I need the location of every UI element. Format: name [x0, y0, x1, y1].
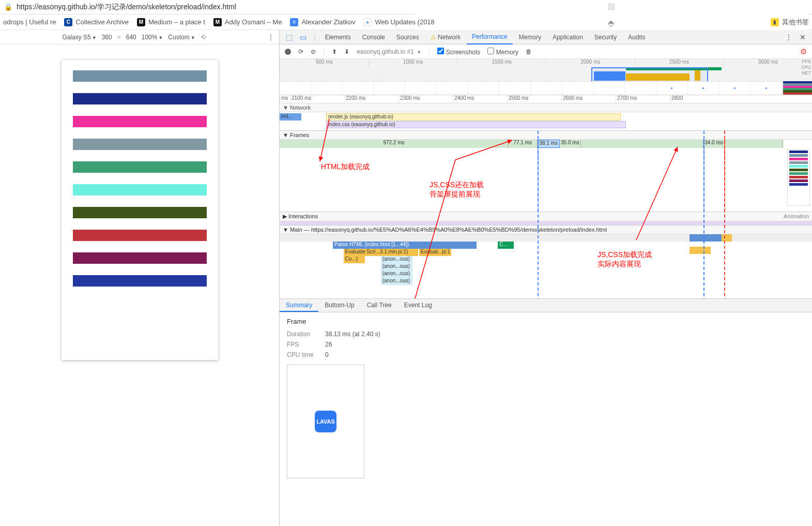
bookmark-collective[interactable]: CCollective Archive: [64, 18, 129, 26]
bookmark-codrops[interactable]: odrops | Useful re: [3, 18, 56, 26]
interactions-head[interactable]: ▶ InteractionsAnimation: [280, 212, 812, 221]
tab-memory[interactable]: Memory: [514, 31, 546, 44]
ov-tick: 1000 ms: [369, 59, 457, 67]
tab-divider: |: [311, 31, 319, 43]
task-late-3[interactable]: [722, 234, 732, 242]
ext-icon-5[interactable]: ⬘: [608, 18, 614, 28]
task-anon[interactable]: (anon...ous): [381, 278, 413, 285]
skeleton-bar: [73, 207, 207, 218]
task-anon[interactable]: (anon...ous): [381, 270, 413, 278]
bookmark-other-folder[interactable]: ▮其他书签: [771, 18, 809, 27]
tab-security[interactable]: Security: [589, 31, 622, 44]
frame-seg[interactable]: 77.1 ms: [509, 140, 538, 148]
task-evaluate-1[interactable]: Evaluate Scri...3.1.min.js:1): [344, 249, 418, 256]
net-req-renderjs[interactable]: render.js (easonyq.github.io): [326, 113, 621, 121]
task-evaluate-2[interactable]: Evaluat...js:1: [419, 249, 451, 256]
sum-v-duration: 38.13 ms (at 2.40 s): [325, 330, 380, 338]
sum-k-cpu: CPU time: [287, 351, 319, 358]
btab-bottomup[interactable]: Bottom-Up: [318, 299, 360, 312]
task-parse-html[interactable]: Parse HTML (index.html [1...44]): [333, 242, 477, 249]
overview-timeline[interactable]: 500 ms 1000 ms 1500 ms 2000 ms 2500 ms 3…: [280, 59, 812, 95]
gc-icon[interactable]: 🗑: [526, 48, 532, 55]
tab-performance[interactable]: Performance: [467, 30, 513, 44]
btab-summary[interactable]: Summary: [280, 299, 318, 312]
task-row: [280, 234, 812, 242]
skeleton-bar: [73, 252, 207, 264]
lock-icon: 🔒: [4, 3, 12, 11]
task-late-1[interactable]: [690, 234, 722, 242]
skeleton-bar: [73, 70, 207, 82]
task-composite[interactable]: C...: [498, 242, 514, 249]
flame-ruler: ms 2100 ms2200 ms2300 ms2400 ms2500 ms26…: [280, 95, 812, 103]
load-icon[interactable]: ⬆: [332, 48, 337, 55]
divider: |: [428, 48, 430, 55]
device-width[interactable]: 360: [102, 34, 112, 41]
reload-icon[interactable]: ⟳: [298, 48, 303, 55]
skeleton-bar: [73, 184, 207, 196]
task-anon[interactable]: (anon...ous): [381, 256, 413, 263]
bookmark-webupdates[interactable]: ⟐Web Updates (2018: [363, 18, 434, 26]
record-icon[interactable]: [285, 49, 291, 55]
perf-controls: ⟳ ⊘ | ⬆ ⬇ easonyq.github.io #1 ▼ | Scree…: [280, 44, 812, 59]
device-mode-icon[interactable]: ▭: [297, 31, 310, 43]
device-select[interactable]: Galaxy S5▼: [62, 34, 96, 41]
sum-k-duration: Duration: [287, 330, 319, 338]
ov-tick: 500 ms: [280, 59, 369, 67]
tab-elements[interactable]: Elements: [320, 31, 356, 44]
tab-application[interactable]: Application: [547, 31, 588, 44]
devtools-menu-icon[interactable]: ⋮: [782, 31, 795, 43]
details-tabs: Summary Bottom-Up Call Tree Event Log: [280, 299, 812, 312]
tab-console[interactable]: Console: [357, 31, 390, 44]
summary-title: Frame: [287, 318, 805, 325]
frame-seg[interactable]: [581, 140, 703, 148]
task-anon[interactable]: (anon...ous): [381, 263, 413, 270]
inspect-icon[interactable]: ⬚: [283, 31, 296, 43]
network-rows: ind... render.js (easonyq.github.io) ind…: [280, 112, 812, 131]
url-text[interactable]: https://easonyq.github.io/学习记录/demo/skel…: [17, 3, 410, 12]
frame-seg[interactable]: [725, 140, 783, 148]
frame-seg[interactable]: 972.2 ms: [280, 140, 509, 148]
flame-chart[interactable]: ms 2100 ms2200 ms2300 ms2400 ms2500 ms26…: [280, 95, 812, 299]
zoom-select[interactable]: 100%▼: [142, 34, 163, 41]
summary-panel: Frame Duration38.13 ms (at 2.40 s) FPS26…: [280, 312, 812, 526]
save-icon[interactable]: ⬇: [344, 48, 349, 55]
frame-seg[interactable]: 34.0 ms: [703, 140, 725, 148]
task-compile[interactable]: Co...): [344, 256, 365, 263]
tab-network[interactable]: Network: [425, 31, 466, 44]
ov-tick: 2500 ms: [635, 59, 724, 67]
net-req-indexcss[interactable]: index.css (easonyq.github.io): [326, 121, 626, 128]
rotate-icon[interactable]: ⟲: [201, 34, 206, 41]
bookmark-addy[interactable]: MAddy Osmani – Me: [213, 18, 282, 26]
devtools-close-icon[interactable]: ✕: [796, 31, 809, 43]
btab-eventlog[interactable]: Event Log: [398, 299, 438, 312]
ext-icon-4[interactable]: ▧: [607, 1, 615, 11]
throttle-select[interactable]: Custom▼: [168, 34, 195, 41]
memory-checkbox[interactable]: Memory: [487, 48, 518, 56]
skeleton-bar: [73, 275, 207, 287]
frames-section-head[interactable]: ▼ Frames: [280, 131, 812, 140]
dim-sep: ×: [117, 34, 121, 41]
recording-select[interactable]: easonyq.github.io #1 ▼: [357, 48, 421, 55]
btab-calltree[interactable]: Call Tree: [361, 299, 398, 312]
task-late-2[interactable]: [690, 247, 711, 254]
frames-body: 972.2 ms 77.1 ms 38.1 ms 35.0 ms 34.0 ms: [280, 140, 812, 212]
settings-icon[interactable]: ⚙: [800, 47, 807, 56]
tab-audits[interactable]: Audits: [623, 31, 650, 44]
network-section-head[interactable]: ▼ Network: [280, 103, 812, 112]
net-req-index[interactable]: ind...: [280, 113, 301, 121]
sum-v-cpu: 0: [325, 351, 329, 358]
interactions-body: [280, 221, 812, 226]
bookmark-zlatkov[interactable]: ≡Alexander Zlatkov: [290, 18, 355, 26]
bookmark-medium[interactable]: MMedium – a place t: [137, 18, 205, 26]
clear-icon[interactable]: ⊘: [311, 48, 316, 55]
device-height[interactable]: 640: [126, 34, 136, 41]
devtools-tabs: ⬚ ▭ | Elements Console Sources Network P…: [280, 30, 812, 44]
main-body: Parse HTML (index.html [1...44]) C... Ev…: [280, 234, 812, 299]
tab-sources[interactable]: Sources: [391, 31, 424, 44]
frame-preview: LAVAS: [287, 365, 364, 478]
device-menu-icon[interactable]: ⋮: [268, 34, 274, 41]
screenshots-checkbox[interactable]: Screenshots: [437, 48, 480, 56]
frame-seg-selected[interactable]: 38.1 ms: [538, 140, 560, 148]
frame-seg[interactable]: 35.0 ms: [560, 140, 581, 148]
main-head[interactable]: ▼ Main — https://easonyq.github.io/%E5%A…: [280, 226, 812, 234]
